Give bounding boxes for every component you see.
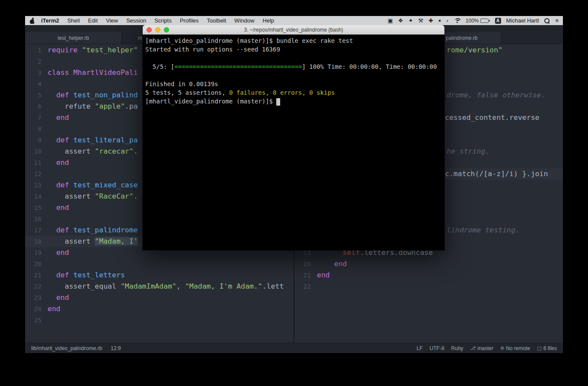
plus-icon[interactable]: ✚ <box>428 18 433 23</box>
line-number: 22 <box>294 281 311 292</box>
spotlight-icon[interactable] <box>544 18 550 24</box>
user-menu[interactable]: Michael Hartl <box>506 17 539 24</box>
tab-test-helper[interactable]: test_helper.rb <box>25 32 122 44</box>
line-number: 4 <box>25 78 42 90</box>
line-number: 2 <box>25 56 42 67</box>
status-remote[interactable]: ⊘ No remote <box>500 345 530 351</box>
code-line[interactable]: 24end <box>25 303 294 315</box>
code-token: drome, false otherwise. <box>447 91 545 99</box>
code-token: end <box>56 203 69 212</box>
code-token <box>48 181 56 189</box>
menu-item-view[interactable]: View <box>106 17 118 24</box>
code-token: . <box>134 192 138 200</box>
line-number: 15 <box>25 202 42 213</box>
code-line[interactable]: 20 end <box>294 258 563 270</box>
menu-item-iterm2[interactable]: iTerm2 <box>41 17 59 24</box>
code-token: "RaceCar" <box>95 192 133 200</box>
line-number: 17 <box>25 225 42 236</box>
menu-item-help[interactable]: Help <box>262 17 274 24</box>
code-line[interactable]: 23 end <box>25 292 294 303</box>
code-token: MhartlVideoPali <box>74 68 138 77</box>
menu-bar: iTerm2ShellEditViewSessionScriptsProfile… <box>25 16 563 25</box>
terminal-text: [mhartl_video_palindrome (master)]$ bund… <box>145 37 353 44</box>
terminal-line <box>145 71 442 80</box>
code-token: class <box>48 68 69 77</box>
code-line[interactable]: 21 def test_letters <box>25 270 294 281</box>
a-badge-icon[interactable]: A <box>495 18 501 24</box>
menubar-status-area: ▣ ❖ ✦ ⚒ ✚ ● › 100% A Michael Hartl ≡ <box>387 17 559 24</box>
code-token: end <box>56 293 69 302</box>
code-token <box>48 203 56 212</box>
battery-percentage: 100% <box>466 18 479 24</box>
code-token <box>48 248 56 257</box>
status-git-branch[interactable]: ⎇ master <box>470 345 493 351</box>
terminal-body[interactable]: [mhartl_video_palindrome (master)]$ bund… <box>143 35 444 250</box>
code-line[interactable]: 21end <box>294 270 563 281</box>
terminal-line: Finished in 0.00139s <box>145 80 442 88</box>
status-language[interactable]: Ruby <box>451 345 463 351</box>
menu-item-shell[interactable]: Shell <box>67 17 80 24</box>
code-line[interactable]: 22 assert_equal "MadamImAdam", "Madam, I… <box>25 281 294 292</box>
line-number: 18 <box>25 236 42 247</box>
terminal-title-bar[interactable]: 3. ~/repos/mhartl_video_palindrome (bash… <box>143 25 444 35</box>
code-token: , <box>176 282 185 290</box>
code-token <box>48 293 56 302</box>
menu-item-profiles[interactable]: Profiles <box>180 17 198 24</box>
screen-share-icon[interactable]: ▣ <box>387 18 393 23</box>
code-token <box>48 91 56 99</box>
code-token: .pa <box>125 102 138 110</box>
status-file-path: lib/mhartl_video_palindrome.rb <box>31 345 102 351</box>
menu-item-window[interactable]: Window <box>234 17 254 24</box>
line-number: 20 <box>25 258 42 270</box>
terminal-text: 0 errors, <box>273 89 309 96</box>
dropbox-icon[interactable]: ❖ <box>398 18 403 23</box>
menu-item-edit[interactable]: Edit <box>88 17 98 24</box>
code-token: he string. <box>447 147 489 155</box>
line-number: 7 <box>25 112 42 123</box>
code-line[interactable]: 22 <box>294 281 563 292</box>
tab-label: m <box>138 35 142 41</box>
terminal-text: 5 tests, 5 assertions, <box>145 89 229 96</box>
terminal-line: 5 tests, 5 assertions, 0 failures, 0 err… <box>145 88 442 97</box>
code-token: "apple" <box>95 102 125 110</box>
battery-icon[interactable]: 100% <box>466 18 490 24</box>
code-token: test_letters <box>74 271 125 279</box>
status-encoding[interactable]: UTF-8 <box>430 345 444 351</box>
zoom-button[interactable] <box>164 27 169 32</box>
code-token: assert_equal <box>48 282 121 290</box>
close-button[interactable] <box>147 27 152 32</box>
code-line[interactable]: 25 <box>25 315 294 326</box>
notification-center-icon[interactable]: ≡ <box>555 18 559 23</box>
minimize-button[interactable] <box>155 27 160 32</box>
line-number: 6 <box>25 101 42 112</box>
code-token: "Madam, I' <box>95 237 137 245</box>
status-cursor-position[interactable]: 12:9 <box>111 345 121 351</box>
code-line[interactable]: 20 <box>25 258 294 270</box>
code-token: assert <box>48 147 95 155</box>
terminal-line: Started with run options --seed 16369 <box>145 45 442 54</box>
code-token: test_palindrome <box>74 226 138 234</box>
code-token: def <box>56 226 69 234</box>
wrench-icon[interactable]: ⚒ <box>418 18 423 23</box>
line-number: 3 <box>25 67 42 78</box>
code-token: assert <box>48 192 95 200</box>
line-number: 21 <box>294 270 311 281</box>
line-number: 21 <box>25 270 42 281</box>
circle-icon[interactable]: ● <box>438 18 441 23</box>
menubar-menus: iTerm2ShellEditViewSessionScriptsProfile… <box>41 17 274 24</box>
code-token: . <box>134 147 138 155</box>
menu-item-toolbelt[interactable]: Toolbelt <box>207 17 226 24</box>
code-token: test_literal_pa <box>74 136 138 144</box>
chevron-icon[interactable]: › <box>447 18 448 23</box>
menu-item-session[interactable]: Session <box>126 17 146 24</box>
status-files[interactable]: ▢ 6 files <box>537 345 557 351</box>
window-controls <box>147 27 169 32</box>
line-number: 13 <box>25 180 42 191</box>
tab-label: palindrome.rb <box>446 35 477 41</box>
apple-icon[interactable] <box>29 17 35 24</box>
paw-icon[interactable]: ✦ <box>408 18 413 23</box>
branch-name: master <box>477 345 493 351</box>
wifi-icon[interactable] <box>454 18 460 23</box>
status-line-ending[interactable]: LF <box>417 345 423 351</box>
menu-item-scripts[interactable]: Scripts <box>154 17 172 24</box>
